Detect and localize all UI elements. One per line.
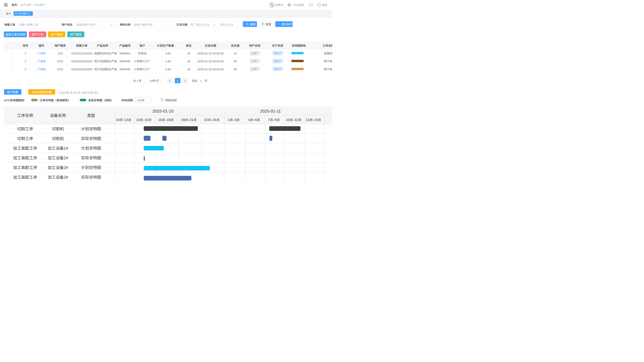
svg-text:?: ? [162,99,162,101]
